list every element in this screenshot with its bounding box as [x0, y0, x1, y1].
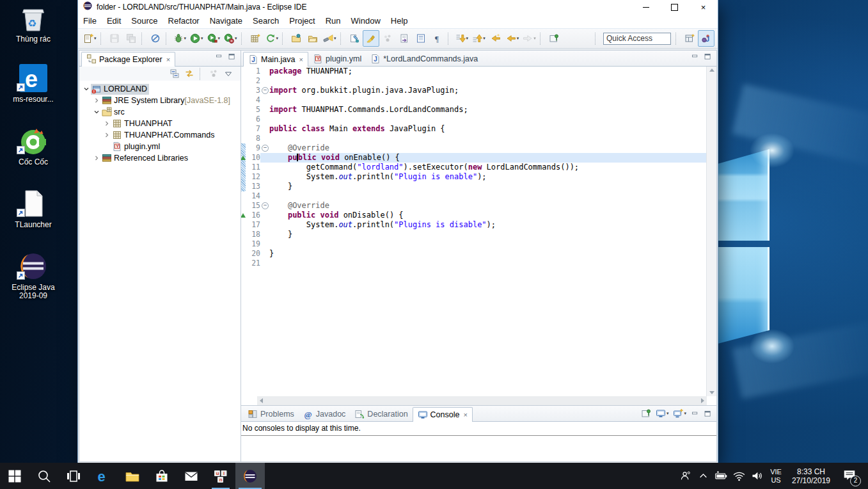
dropdown-arrow-icon[interactable]: ▾ [684, 411, 686, 416]
code-line-6[interactable]: 6 [241, 115, 707, 124]
code-line-11[interactable]: 11 getCommand("lordland").setExecutor(ne… [241, 163, 707, 172]
close-tab-icon[interactable]: × [463, 411, 467, 419]
tray-volume-button[interactable] [748, 469, 766, 483]
code-editor[interactable]: 1package THUANPHAT;23−import org.bukkit.… [241, 67, 707, 396]
minimize-view-button[interactable] [691, 410, 699, 418]
explorer-maximize-view-icon[interactable] [228, 52, 236, 63]
dropdown-arrow-icon[interactable]: ▾ [483, 36, 485, 41]
code-line-19[interactable]: 19 [241, 239, 707, 249]
scroll-right-icon[interactable] [701, 398, 704, 403]
collapse-fold-icon[interactable]: − [262, 202, 269, 209]
menu-window[interactable]: Window [346, 14, 386, 28]
tree-collapse-chevron-icon[interactable] [92, 108, 101, 116]
back-button[interactable]: ▾ [504, 30, 521, 47]
taskbar-eclipse-button[interactable] [235, 463, 265, 489]
tree-item-plugin-yml[interactable]: Yplugin.yml [79, 141, 241, 152]
dropdown-arrow-icon[interactable]: ▾ [184, 36, 187, 41]
dropdown-arrow-icon[interactable]: ▾ [235, 36, 237, 41]
editor-tab--lordlandcommands-java[interactable]: J*LordLandCommands.java [366, 52, 482, 66]
refresh-button[interactable]: ▾ [264, 30, 281, 47]
editor-horizontal-scrollbar[interactable] [257, 396, 707, 405]
code-line-12[interactable]: 12 System.out.println("Plugin is enable"… [241, 172, 707, 182]
window-maximize-button[interactable] [660, 0, 689, 14]
tree-expand-chevron-icon[interactable] [102, 120, 111, 127]
desktop-icon-coccoc-shortcut[interactable]: Cốc Cốc [4, 124, 63, 166]
menu-project[interactable]: Project [284, 14, 320, 28]
pin-editor-button[interactable] [546, 30, 562, 47]
code-line-3[interactable]: 3−import org.bukkit.plugin.java.JavaPlug… [241, 86, 707, 95]
dropdown-arrow-icon[interactable]: ▾ [334, 36, 336, 41]
forward-button[interactable]: ▾ [521, 30, 538, 47]
tab-package-explorer[interactable]: Package Explorer × [81, 52, 175, 67]
tree-item-thuanphat[interactable]: THUANPHAT [79, 118, 241, 129]
skip-all-breakpoints-button[interactable] [147, 30, 164, 47]
dropdown-arrow-icon[interactable]: ▾ [201, 36, 203, 41]
tray-battery-button[interactable] [712, 469, 730, 483]
code-line-9[interactable]: 9− @Override [241, 143, 707, 153]
show-selected-element-only-button[interactable] [379, 30, 396, 47]
code-line-1[interactable]: 1package THUANPHAT; [241, 67, 707, 76]
code-line-7[interactable]: 7public class Main extends JavaPlugin { [241, 124, 707, 134]
editor-tab-main-java[interactable]: JMain.java× [243, 52, 308, 67]
clock[interactable]: 8:33 CH 27/10/2019 [786, 467, 836, 485]
taskbar-file-explorer-button[interactable] [118, 463, 147, 489]
desktop-icon-tlauncher-shortcut[interactable]: TLauncher [4, 187, 63, 229]
taskbar-store-button[interactable] [147, 463, 177, 489]
debug-button[interactable]: ▾ [171, 30, 189, 47]
open-perspective-button[interactable] [681, 30, 698, 47]
dropdown-arrow-icon[interactable]: ▾ [517, 36, 519, 41]
menu-file[interactable]: File [78, 14, 102, 28]
window-minimize-button[interactable] [631, 0, 660, 14]
open-console-button[interactable]: ▾ [673, 408, 686, 419]
code-line-16[interactable]: 16 public void onDisable() { [241, 211, 707, 220]
run-button[interactable]: ▾ [188, 30, 205, 47]
dropdown-arrow-icon[interactable]: ▾ [218, 36, 221, 41]
show-source-button[interactable] [413, 30, 429, 47]
menu-navigate[interactable]: Navigate [205, 14, 248, 28]
last-edit-location-button[interactable] [487, 30, 504, 47]
java-perspective-button[interactable]: J [698, 30, 714, 47]
search-button[interactable]: ▾ [321, 30, 338, 47]
tray-people-button[interactable] [676, 469, 694, 483]
maximize-editor-icon[interactable] [704, 52, 712, 63]
tab-console[interactable]: Console× [413, 407, 473, 422]
collapse-all-button[interactable] [168, 67, 181, 80]
taskbar-mail-button[interactable] [177, 463, 206, 489]
dropdown-arrow-icon[interactable]: ▾ [276, 36, 279, 41]
tray-network-wifi-button[interactable] [730, 469, 748, 483]
display-selected-console-button[interactable]: ▾ [656, 408, 669, 419]
editor-vertical-scrollbar[interactable] [706, 67, 716, 396]
tree-item-referenced-libraries[interactable]: Referenced Libraries [79, 152, 241, 164]
focus-on-active-task-button[interactable] [207, 67, 220, 80]
collapse-fold-icon[interactable]: − [262, 145, 269, 152]
code-line-4[interactable]: 4 [241, 95, 707, 105]
mark-occurrences-button[interactable] [363, 30, 379, 47]
coverage-button[interactable]: ▾ [205, 30, 223, 47]
desktop-icon-recycle-bin[interactable]: ♻Thùng rác [4, 1, 63, 44]
maximize-view-button[interactable] [704, 410, 712, 418]
tab-problems[interactable]: Problems [243, 407, 299, 421]
code-line-5[interactable]: 5import THUANPHAT.Commands.LordLandComma… [241, 105, 707, 115]
scroll-down-icon[interactable] [709, 391, 714, 394]
minimize-editor-icon[interactable] [691, 52, 699, 63]
window-close-button[interactable]: × [689, 0, 718, 14]
profile-button[interactable]: ▾ [222, 30, 239, 47]
tree-item-thuanphat-commands[interactable]: THUANPHAT.Commands [79, 129, 241, 141]
tree-item-lordland[interactable]: LORDLAND [79, 83, 241, 95]
new-annotation-button[interactable] [346, 30, 363, 47]
taskbar-unikey-button[interactable]: uin [206, 463, 235, 489]
taskbar-edge-button[interactable]: e [88, 463, 118, 489]
tree-item-src[interactable]: src [79, 106, 241, 118]
code-line-15[interactable]: 15− @Override [241, 201, 707, 211]
menu-source[interactable]: Source [126, 14, 162, 28]
tab-javadoc[interactable]: @Javadoc [299, 407, 351, 421]
tree-expand-chevron-icon[interactable] [92, 154, 101, 162]
menu-search[interactable]: Search [248, 14, 284, 28]
previous-annotation-button[interactable]: ▾ [470, 30, 487, 47]
code-line-13[interactable]: 13 } [241, 182, 707, 191]
taskbar-search-button[interactable] [29, 463, 59, 489]
view-menu-button[interactable] [222, 67, 235, 80]
code-line-2[interactable]: 2 [241, 76, 707, 86]
tree-collapse-chevron-icon[interactable] [82, 85, 91, 93]
pin-console-button[interactable] [641, 408, 651, 419]
